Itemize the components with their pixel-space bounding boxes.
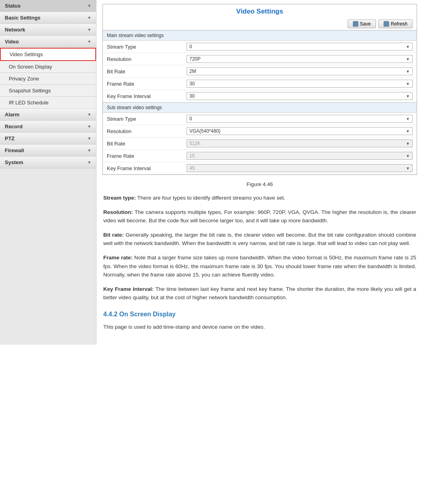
stream-type-paragraph: Stream type: There are four types to ide… (103, 194, 416, 202)
bit-rate-paragraph: Bit rate: Generally speaking, the larger… (103, 231, 416, 248)
chevron-down-icon: ▼ (87, 16, 91, 20)
select-value: 15 (189, 153, 195, 159)
sidebar-item-network[interactable]: Network ▼ (0, 24, 96, 36)
save-button[interactable]: Save (348, 20, 376, 28)
text-section: Stream type: There are four types to ide… (102, 194, 417, 331)
table-row: Key Frame Interval 45 ▼ (103, 162, 417, 175)
chevron-down-icon: ▼ (406, 141, 410, 146)
sidebar: Status ▼ Basic Settings ▼ Network ▼ Vide… (0, 0, 96, 345)
select-value: 720P (189, 56, 201, 62)
field-label: Stream Type (103, 113, 183, 125)
select-value: 512K (189, 141, 201, 146)
on-screen-display-heading: 4.4.2 On Screen Display (103, 309, 416, 320)
chevron-down-icon: ▼ (406, 82, 410, 86)
field-value[interactable]: VGA(540*480) ▼ (183, 125, 417, 137)
select-frame-rate: 15 ▼ (187, 152, 413, 160)
sidebar-label-video: Video (5, 39, 19, 45)
bit-rate-heading: Bit rate: (103, 232, 124, 238)
chevron-down-icon: ▼ (87, 4, 91, 8)
chevron-down-icon: ▼ (87, 124, 91, 129)
field-value[interactable]: 45 ▼ (183, 162, 417, 175)
select-stream-type[interactable]: 0 ▼ (187, 115, 413, 123)
sidebar-item-status[interactable]: Status ▼ (0, 0, 96, 12)
field-label: Key Frame Interval (103, 162, 183, 175)
select-key-frame-interval[interactable]: 30 ▼ (187, 92, 413, 100)
sub-stream-table: Stream Type 0 ▼ Resolution VGA(540*480) … (103, 113, 417, 175)
select-resolution[interactable]: 720P ▼ (187, 55, 413, 63)
save-icon (353, 21, 358, 27)
sidebar-label-snapshot-settings: Snapshot Settings (9, 88, 51, 94)
key-frame-heading: Key Frame Interval: (103, 286, 154, 292)
field-label: Bit Rate (103, 65, 183, 78)
figure-caption: Figure 4.46 (102, 181, 417, 187)
sidebar-item-ptz[interactable]: PTZ ▼ (0, 133, 96, 145)
chevron-down-icon: ▼ (406, 94, 410, 98)
table-row: Key Frame Interval 30 ▼ (103, 90, 417, 102)
main-content: Video Settings Save Refresh Main stream … (96, 0, 423, 345)
on-screen-display-body: This page is used to add time-stamp and … (103, 323, 416, 331)
sidebar-item-alarm[interactable]: Alarm ▼ (0, 109, 96, 121)
select-value: 2M (189, 69, 196, 74)
table-row: Resolution VGA(540*480) ▼ (103, 125, 417, 137)
sidebar-item-on-screen-display[interactable]: On Screen Display (0, 61, 96, 73)
field-value[interactable]: 2M ▼ (183, 65, 417, 78)
main-stream-header: Main stream video settings (103, 30, 417, 41)
field-label: Key Frame Interval (103, 90, 183, 102)
select-frame-rate[interactable]: 30 ▼ (187, 80, 413, 88)
sidebar-label-status: Status (5, 3, 21, 9)
select-bit-rate: 512K ▼ (187, 139, 413, 147)
select-value: 0 (189, 44, 192, 49)
sidebar-item-video[interactable]: Video ▼ (0, 36, 96, 48)
frame-rate-paragraph: Frame rate: Note that a larger frame siz… (103, 253, 416, 279)
field-value[interactable]: 512K ▼ (183, 137, 417, 150)
field-value[interactable]: 720P ▼ (183, 53, 417, 65)
sidebar-item-record[interactable]: Record ▼ (0, 121, 96, 133)
chevron-down-icon: ▼ (406, 57, 410, 61)
sidebar-item-firewall[interactable]: Firewall ▼ (0, 145, 96, 157)
video-settings-panel: Video Settings Save Refresh Main stream … (102, 4, 417, 175)
field-value[interactable]: 30 ▼ (183, 90, 417, 102)
select-bit-rate[interactable]: 2M ▼ (187, 67, 413, 75)
frame-rate-heading: Frame rate: (103, 255, 133, 261)
sidebar-label-alarm: Alarm (5, 112, 20, 118)
table-row: Stream Type 0 ▼ (103, 41, 417, 53)
sidebar-item-privacy-zone[interactable]: Privacy Zone (0, 73, 96, 85)
chevron-down-icon: ▼ (87, 148, 91, 153)
select-value: VGA(540*480) (189, 128, 220, 134)
field-value[interactable]: 30 ▼ (183, 78, 417, 90)
chevron-down-icon: ▼ (87, 112, 91, 117)
field-value[interactable]: 0 ▼ (183, 41, 417, 53)
field-value[interactable]: 0 ▼ (183, 113, 417, 125)
select-resolution[interactable]: VGA(540*480) ▼ (187, 127, 413, 135)
sidebar-item-video-settings[interactable]: Video Settings (0, 48, 96, 61)
select-value: 30 (189, 93, 195, 99)
table-row: Resolution 720P ▼ (103, 53, 417, 65)
sidebar-label-firewall: Firewall (5, 147, 24, 153)
sidebar-item-snapshot-settings[interactable]: Snapshot Settings (0, 85, 96, 97)
chevron-down-icon: ▼ (87, 27, 91, 32)
select-stream-type[interactable]: 0 ▼ (187, 43, 413, 51)
refresh-button[interactable]: Refresh (378, 20, 413, 28)
resolution-heading: Resolution: (103, 209, 133, 215)
chevron-down-icon: ▼ (406, 45, 410, 49)
field-label: Bit Rate (103, 137, 183, 150)
refresh-label: Refresh (391, 21, 407, 27)
sub-stream-header: Sub stream video settings (103, 102, 417, 113)
field-value[interactable]: 15 ▼ (183, 150, 417, 162)
sidebar-label-privacy-zone: Privacy Zone (9, 76, 39, 82)
sidebar-label-network: Network (5, 27, 25, 33)
chevron-down-icon: ▼ (406, 154, 410, 158)
table-row: Stream Type 0 ▼ (103, 113, 417, 125)
sidebar-label-video-settings: Video Settings (10, 51, 43, 57)
sidebar-label-basic-settings: Basic Settings (5, 15, 41, 21)
sidebar-item-system[interactable]: System ▼ (0, 157, 96, 169)
chevron-down-icon: ▼ (406, 129, 410, 133)
chevron-down-icon: ▼ (87, 160, 91, 165)
table-row: Frame Rate 15 ▼ (103, 150, 417, 162)
resolution-paragraph: Resolution: The camera supports multiple… (103, 208, 416, 225)
chevron-down-icon: ▼ (406, 117, 410, 121)
field-label: Stream Type (103, 41, 183, 53)
sidebar-item-basic-settings[interactable]: Basic Settings ▼ (0, 12, 96, 24)
chevron-down-icon: ▼ (406, 69, 410, 74)
sidebar-item-ir-led-schedule[interactable]: IR LED Schedule (0, 97, 96, 109)
